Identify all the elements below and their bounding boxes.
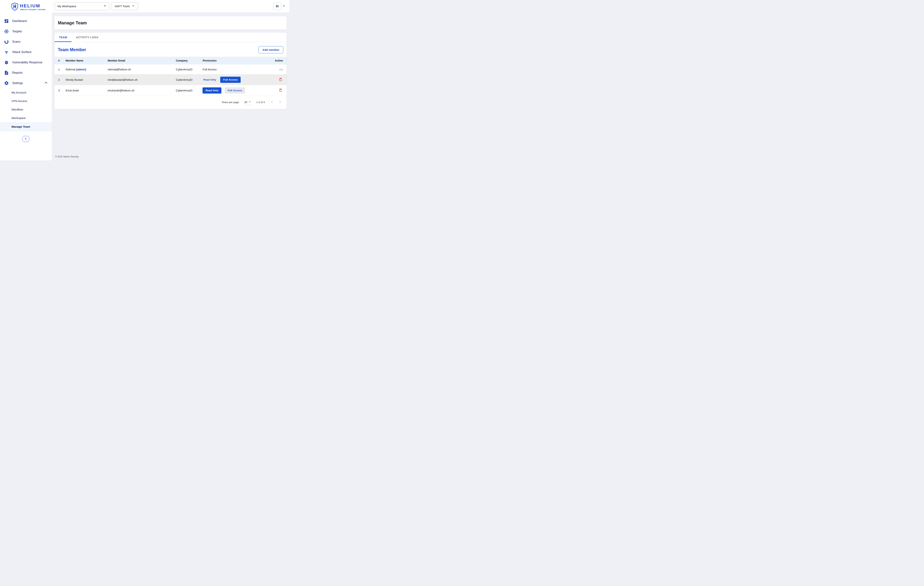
table-row: 1 Rahmat (admin) rahmat@helium.sh CyberA…: [54, 64, 287, 74]
row-num: 2: [54, 74, 63, 85]
header-company: Company: [173, 57, 200, 64]
sidebar-item-workspace[interactable]: Workspace: [0, 114, 52, 122]
scan-icon: [4, 40, 9, 44]
add-member-button[interactable]: Add member: [259, 46, 283, 53]
header-permission: Permission: [200, 57, 272, 64]
member-email: rendybustari@helium.sh: [105, 74, 173, 85]
sidebar-item-settings[interactable]: Settings: [0, 78, 52, 88]
pagination-range: 1-3 of 3: [256, 101, 265, 104]
member-name: Rahmat (admin): [63, 64, 105, 74]
report-icon: [4, 71, 9, 75]
sidebar-item-label: Reports: [12, 71, 23, 74]
main-area: My Workspace VAPT Tools H Manage T: [52, 0, 289, 160]
brand-tagline: SIMPLIFY SECURITY TESTING: [20, 9, 45, 10]
sidebar-item-vulnerability-response[interactable]: Vulnerability Response: [0, 57, 52, 67]
sidebar-item-manage-team[interactable]: Manage Team: [0, 122, 52, 131]
full-access-button[interactable]: Full Access: [220, 77, 241, 83]
sidebar-item-label: Scans: [12, 40, 20, 43]
content: Manage Team TEAM ACTIVITY LOGS Team Memb…: [52, 12, 289, 160]
attack-surface-icon: [4, 50, 9, 54]
header-action: Action: [272, 57, 287, 64]
sidebar: HELIUM SIMPLIFY SECURITY TESTING Dashboa…: [0, 0, 52, 160]
target-icon: [4, 29, 9, 34]
member-email: erickandri@helium.sh: [105, 85, 173, 96]
read-only-button[interactable]: Read Only: [203, 77, 217, 83]
sidebar-item-label: Vulnerability Response: [12, 61, 42, 64]
sidebar-item-label: Targets: [12, 30, 22, 33]
rows-per-page-label: Rows per page:: [222, 101, 239, 104]
page-title-card: Manage Team: [54, 16, 287, 30]
sidebar-item-label: Attack Surface: [12, 51, 31, 54]
chevron-up-icon: [44, 81, 48, 86]
member-name-text: Rahmat: [66, 68, 75, 71]
header-num: #: [54, 57, 63, 64]
full-access-button[interactable]: Full Access: [225, 87, 245, 94]
avatar-menu-chevron-down-icon[interactable]: [282, 4, 286, 9]
chevron-left-icon: [24, 137, 28, 141]
shield-logo-icon: [11, 3, 18, 12]
chevron-down-icon: [248, 100, 251, 104]
topbar: My Workspace VAPT Tools H: [52, 0, 289, 12]
sidebar-item-label: Dashboard: [12, 20, 26, 23]
page-title: Manage Team: [58, 20, 283, 25]
row-num: 1: [54, 64, 63, 74]
bug-icon: [4, 60, 9, 65]
settings-subnav: My Account VPN Access Wordlists Workspac…: [0, 88, 52, 131]
chevron-down-icon: [103, 4, 107, 9]
sidebar-item-scans[interactable]: Scans: [0, 36, 52, 47]
read-only-button[interactable]: Read Only: [203, 87, 221, 94]
sidebar-item-dashboard[interactable]: Dashboard: [0, 16, 52, 26]
sidebar-item-my-account[interactable]: My Account: [0, 88, 52, 97]
sidebar-item-targets[interactable]: Targets: [0, 26, 52, 36]
workspace-select-value: My Workspace: [58, 5, 76, 8]
chevron-right-icon: [278, 102, 282, 105]
trash-icon: [279, 79, 282, 82]
team-member-heading: Team Member: [58, 47, 86, 52]
member-name: Rendy Bustari: [63, 74, 105, 85]
admin-badge: (admin): [76, 68, 86, 71]
sidebar-nav: Dashboard Targets Scans Attack Surface V…: [0, 16, 52, 88]
avatar[interactable]: H: [273, 2, 281, 10]
member-company: CyberArmyID: [173, 74, 200, 85]
vapt-tools-dropdown[interactable]: VAPT Tools: [111, 2, 138, 10]
table-row: 2 Rendy Bustari rendybustari@helium.sh C…: [54, 74, 287, 85]
row-num: 3: [54, 85, 63, 96]
trash-icon: [279, 90, 282, 93]
sidebar-collapse-button[interactable]: [23, 136, 29, 142]
team-table: # Member Name Member Email Company Permi…: [54, 57, 287, 96]
chevron-left-icon: [270, 102, 274, 105]
brand-logo: HELIUM SIMPLIFY SECURITY TESTING: [0, 0, 52, 13]
rows-per-page-select[interactable]: 10: [244, 100, 252, 105]
header-member-name: Member Name: [63, 57, 105, 64]
member-email: rahmat@helium.sh: [105, 64, 173, 74]
header-member-email: Member Email: [105, 57, 173, 64]
rows-per-page-value: 10: [244, 101, 247, 104]
sidebar-item-attack-surface[interactable]: Attack Surface: [0, 47, 52, 57]
member-company: CyberArmyID: [173, 64, 200, 74]
dashboard-icon: [4, 19, 9, 23]
avatar-initial: H: [276, 4, 279, 8]
tab-activity-logs[interactable]: ACTIVITY LOGS: [71, 33, 103, 42]
member-name: Erick Andri: [63, 85, 105, 96]
workspace-select[interactable]: My Workspace: [55, 2, 109, 10]
next-page-button[interactable]: [278, 100, 282, 105]
tab-bar: TEAM ACTIVITY LOGS: [54, 33, 287, 42]
tab-team[interactable]: TEAM: [54, 33, 71, 42]
team-card: TEAM ACTIVITY LOGS Team Member Add membe…: [54, 33, 287, 109]
member-permission: Full Access: [200, 64, 272, 74]
action-na: n/a: [279, 68, 283, 71]
copyright-text: © 2023 Helium Security: [55, 155, 79, 158]
gear-icon: [4, 81, 9, 86]
delete-member-button[interactable]: [278, 77, 283, 82]
table-row: 3 Erick Andri erickandri@helium.sh Cyber…: [54, 85, 287, 96]
pagination: Rows per page: 10 1-3 of 3: [54, 96, 287, 109]
member-company: CyberArmyID: [173, 85, 200, 96]
chevron-down-icon: [131, 4, 135, 9]
footer: © 2023 Helium Security: [54, 153, 287, 160]
previous-page-button[interactable]: [270, 100, 274, 105]
sidebar-item-reports[interactable]: Reports: [0, 67, 52, 78]
table-header-row: # Member Name Member Email Company Permi…: [54, 57, 287, 64]
delete-member-button[interactable]: [278, 88, 283, 93]
sidebar-item-vpn-access[interactable]: VPN Access: [0, 97, 52, 105]
sidebar-item-wordlists[interactable]: Wordlists: [0, 105, 52, 114]
